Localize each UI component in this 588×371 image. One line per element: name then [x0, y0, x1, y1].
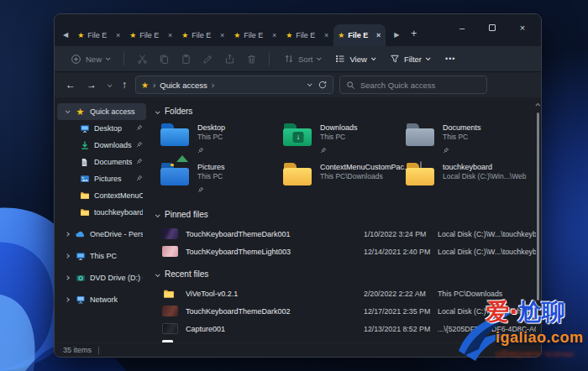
sidebar-label: Pictures	[94, 175, 122, 183]
sidebar-item-dvd-drive[interactable]: DVD Drive (D:) CCCO	[57, 269, 146, 286]
refresh-icon[interactable]	[318, 80, 328, 90]
up-button[interactable]: ↑	[119, 79, 129, 91]
recent-locations-chevron-icon[interactable]	[105, 81, 113, 89]
tab-close-icon[interactable]: ×	[323, 31, 329, 39]
tab-close-icon[interactable]: ×	[115, 31, 121, 39]
tab-label: File E	[296, 31, 320, 39]
tab-scroll-left-icon[interactable]: ◀	[55, 31, 73, 46]
section-header-pinned-files[interactable]: Pinned files	[155, 206, 536, 222]
sidebar-item-onedrive[interactable]: OneDrive - Personal	[57, 226, 146, 243]
share-button[interactable]	[220, 50, 239, 68]
address-dropdown-chevron-icon[interactable]	[307, 81, 312, 86]
paste-button[interactable]	[176, 50, 195, 68]
breadcrumb[interactable]: ★ › Quick access ›	[135, 76, 333, 94]
file-row[interactable]: TouchKeyboardThemeLight003 12/14/2021 2:…	[155, 243, 536, 260]
vertical-scrollbar[interactable]	[537, 112, 539, 300]
collapse-chevron-icon[interactable]	[64, 298, 71, 301]
file-path: Local Disk (C:)\W...\touchkeyboard	[438, 307, 536, 316]
minimize-button[interactable]: –	[447, 18, 477, 38]
file-row[interactable]: TouchKeyboardThemeDark001 1/10/2022 3:24…	[155, 225, 536, 243]
tab-close-icon[interactable]: ×	[375, 31, 381, 39]
collapse-chevron-icon[interactable]	[64, 254, 71, 258]
collapse-chevron-icon[interactable]	[155, 107, 159, 116]
explorer-tab-2[interactable]: ★ File E ×	[125, 24, 177, 46]
explorer-tab-3[interactable]: ★ File E ×	[177, 24, 229, 46]
close-button[interactable]: ×	[507, 18, 538, 38]
tile-name: touchkeyboard	[443, 163, 527, 172]
collapse-chevron-icon[interactable]	[64, 276, 71, 280]
section-header-folders[interactable]: Folders	[155, 102, 536, 119]
rename-button[interactable]	[198, 50, 217, 68]
sort-button[interactable]: Sort	[278, 50, 326, 67]
sidebar-item-pictures[interactable]: Pictures	[57, 170, 146, 187]
forward-button[interactable]: →	[84, 79, 99, 91]
folder-tile-touchkeyboard[interactable]: touchkeyboard Local Disk (C:)\Win...\Web	[406, 162, 528, 196]
desktop-folder-icon	[160, 123, 191, 149]
tile-name: Documents	[443, 123, 481, 133]
file-row[interactable]: TouchKeyboardThemeDark002 12/17/2021 2:3…	[155, 302, 536, 320]
explorer-tab-5[interactable]: ★ File E ×	[281, 24, 333, 46]
collapse-chevron-icon[interactable]	[64, 233, 71, 236]
file-name: TouchKeyboardThemeDark002	[186, 307, 364, 316]
sidebar-item-quick-access[interactable]: ★ Quick access	[57, 103, 146, 120]
file-row[interactable]: ViVeTool-v0.2.1 2/20/2022 2:22 AM This P…	[155, 285, 536, 302]
downloads-icon	[79, 140, 90, 151]
quick-access-star-icon: ★	[75, 107, 86, 118]
search-input[interactable]	[360, 81, 470, 90]
sidebar-item-desktop[interactable]: Desktop	[57, 120, 146, 137]
collapse-chevron-icon[interactable]	[155, 269, 159, 279]
folder-tile-downloads[interactable]: ↓ Downloads This PC	[283, 123, 406, 156]
chevron-down-icon	[106, 55, 111, 60]
cut-button[interactable]	[133, 50, 151, 68]
collapse-chevron-icon[interactable]	[155, 210, 159, 219]
tab-scroll-right-icon[interactable]: ▶	[386, 31, 404, 46]
sidebar-label: Network	[90, 295, 118, 304]
filter-button[interactable]: Filter	[384, 50, 435, 67]
folder-tile-desktop[interactable]: Desktop This PC	[160, 123, 283, 156]
explorer-tab-6-active[interactable]: ★ File E ×	[333, 24, 386, 46]
tab-strip: ◀ ★ File E × ★ File E × ★ File E × ★ Fil…	[55, 14, 541, 46]
command-bar: New Sort	[55, 46, 541, 72]
sidebar-item-documents[interactable]: Documents	[57, 154, 146, 170]
search-box[interactable]	[339, 76, 487, 94]
sidebar-item-downloads[interactable]: Downloads	[57, 137, 146, 154]
breadcrumb-separator: ›	[212, 81, 214, 90]
tile-location: Local Disk (C:)\Win...\Web	[443, 172, 527, 180]
see-more-button[interactable]: •••	[438, 55, 462, 63]
section-title: Folders	[165, 107, 192, 116]
folder-tile-contextmenucustom[interactable]: ContextMenuCustomPac... This PC\Download…	[283, 162, 406, 196]
tab-close-icon[interactable]: ×	[167, 31, 173, 39]
back-button[interactable]: ←	[63, 79, 78, 91]
file-path: This PC\Downloads	[438, 290, 536, 298]
view-button[interactable]: View	[329, 50, 380, 67]
chevron-down-icon	[317, 55, 322, 60]
pin-icon	[320, 142, 358, 149]
explorer-tab-4[interactable]: ★ File E ×	[229, 24, 281, 46]
sidebar-label: ContextMenuCust	[94, 191, 143, 200]
file-row[interactable]: Capture001 12/13/2021 8:52 PM ...\{5205D…	[155, 320, 536, 337]
copy-button[interactable]	[155, 50, 173, 68]
new-tab-button[interactable]: +	[404, 28, 423, 46]
sidebar-item-network[interactable]: Network	[57, 291, 146, 308]
new-button[interactable]: New	[65, 50, 115, 68]
tab-close-icon[interactable]: ×	[271, 31, 277, 39]
sidebar-item-this-pc[interactable]: This PC	[57, 248, 146, 264]
quick-access-star-icon: ★	[141, 81, 149, 90]
delete-button[interactable]	[242, 50, 260, 68]
folder-tile-documents[interactable]: Documents This PC	[406, 123, 528, 156]
folder-tile-pictures[interactable]: Pictures This PC	[160, 162, 283, 196]
sidebar-item-touchkeyboard[interactable]: touchkeyboard	[57, 204, 146, 221]
tab-close-icon[interactable]: ×	[219, 31, 225, 39]
desktop: ◀ ★ File E × ★ File E × ★ File E × ★ Fil…	[0, 0, 588, 371]
sidebar-item-contextmenucust[interactable]: ContextMenuCust	[57, 187, 146, 204]
expand-chevron-icon[interactable]	[64, 110, 71, 113]
explorer-tab-1[interactable]: ★ File E ×	[73, 24, 125, 46]
copy-icon	[159, 54, 170, 65]
tile-name: Desktop	[197, 123, 225, 133]
maximize-button[interactable]	[477, 18, 507, 38]
section-header-recent-files[interactable]: Recent files	[155, 265, 536, 282]
file-date: 12/13/2021 8:52 PM	[364, 325, 438, 333]
filter-icon	[390, 54, 400, 64]
rename-icon	[202, 54, 213, 65]
breadcrumb-location[interactable]: Quick access	[160, 81, 207, 90]
